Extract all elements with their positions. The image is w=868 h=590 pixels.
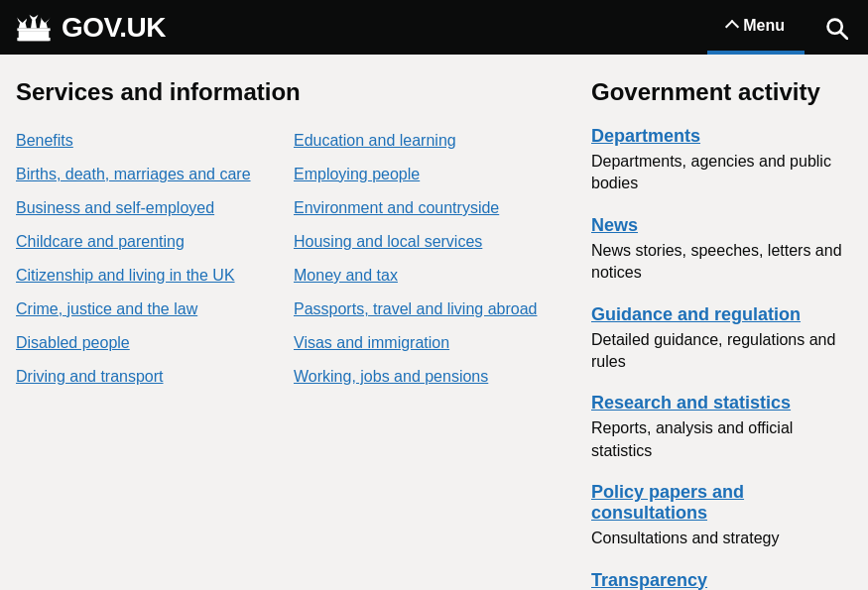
gov-activity-item: DepartmentsDepartments, agencies and pub… (591, 126, 852, 195)
services-link[interactable]: Environment and countryside (294, 193, 552, 223)
gov-activity-desc: Consultations and strategy (591, 528, 852, 549)
services-title: Services and information (16, 78, 552, 106)
gov-activity-desc: Reports, analysis and official statistic… (591, 417, 852, 462)
svg-rect-2 (17, 37, 50, 40)
search-icon (824, 16, 848, 40)
services-link[interactable]: Business and self-employed (16, 193, 274, 223)
site-header: GOV.UK Menu (0, 0, 868, 55)
gov-activity-item: NewsNews stories, speeches, letters and … (591, 215, 852, 285)
gov-activity-list: DepartmentsDepartments, agencies and pub… (591, 126, 852, 590)
services-link[interactable]: Money and tax (294, 261, 552, 291)
services-link[interactable]: Housing and local services (294, 227, 552, 257)
services-columns: BenefitsBirths, death, marriages and car… (16, 126, 552, 392)
gov-activity-link[interactable]: Policy papers and consultations (591, 482, 852, 524)
svg-rect-0 (17, 28, 50, 31)
services-link[interactable]: Childcare and parenting (16, 227, 274, 257)
menu-button[interactable]: Menu (707, 0, 805, 55)
gov-activity-desc: Detailed guidance, regulations and rules (591, 329, 852, 374)
services-link[interactable]: Driving and transport (16, 362, 274, 392)
gov-activity-item: TransparencyData, Freedom of Information… (591, 570, 852, 590)
services-link[interactable]: Visas and immigration (294, 328, 552, 358)
header-nav: Menu (707, 0, 868, 55)
gov-activity-link[interactable]: Transparency (591, 570, 852, 590)
services-link[interactable]: Births, death, marriages and care (16, 160, 274, 189)
services-link[interactable]: Crime, justice and the law (16, 295, 274, 324)
services-link[interactable]: Passports, travel and living abroad (294, 295, 552, 324)
gov-activity-item: Policy papers and consultationsConsultat… (591, 482, 852, 549)
gov-activity-link[interactable]: Departments (591, 126, 852, 147)
gov-activity-title: Government activity (591, 78, 852, 106)
gov-activity-link[interactable]: News (591, 215, 852, 236)
services-link[interactable]: Benefits (16, 126, 274, 156)
gov-activity-desc: News stories, speeches, letters and noti… (591, 240, 852, 285)
site-title: GOV.UK (62, 12, 166, 44)
services-link[interactable]: Citizenship and living in the UK (16, 261, 274, 291)
services-link[interactable]: Education and learning (294, 126, 552, 156)
main-content: Services and information BenefitsBirths,… (0, 55, 868, 590)
services-link[interactable]: Employing people (294, 160, 552, 189)
services-column-1: BenefitsBirths, death, marriages and car… (16, 126, 274, 392)
gov-activity-link[interactable]: Research and statistics (591, 393, 852, 413)
menu-label: Menu (743, 17, 785, 35)
services-column-2: Education and learningEmploying peopleEn… (294, 126, 552, 392)
gov-activity-item: Research and statisticsReports, analysis… (591, 393, 852, 462)
logo-area: GOV.UK (0, 12, 707, 44)
svg-line-4 (840, 32, 847, 39)
gov-activity-link[interactable]: Guidance and regulation (591, 304, 852, 325)
crown-logo-icon (16, 12, 52, 44)
gov-activity-desc: Departments, agencies and public bodies (591, 151, 852, 195)
gov-activity-section: Government activity DepartmentsDepartmen… (591, 78, 852, 590)
services-link[interactable]: Working, jobs and pensions (294, 362, 552, 392)
search-button[interactable] (805, 0, 868, 55)
chevron-up-icon (725, 20, 739, 34)
services-link[interactable]: Disabled people (16, 328, 274, 358)
services-section: Services and information BenefitsBirths,… (16, 78, 552, 590)
gov-activity-item: Guidance and regulationDetailed guidance… (591, 304, 852, 374)
